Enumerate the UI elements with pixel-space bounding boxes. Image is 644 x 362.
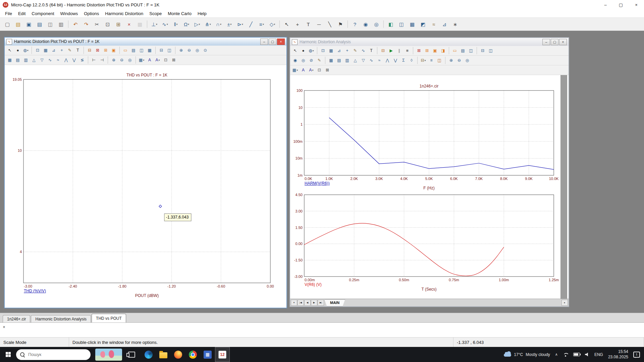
zoom-out-button[interactable]: ⊖ — [185, 47, 193, 54]
panel-one-button[interactable]: ▭ — [451, 47, 459, 54]
diode-component-button[interactable]: ▷▾ — [192, 20, 202, 28]
split-horizontal-button[interactable]: ⊟ — [479, 47, 487, 54]
scale-auto-button[interactable]: ▦ — [327, 57, 335, 64]
stamp-paste-button[interactable]: ⊠ — [323, 66, 331, 74]
harmonic-analysis-charts[interactable]: 0.0K1.0K2.0K3.0K4.0K5.0K6.0K7.0K8.0K9.0K… — [290, 75, 560, 299]
add-text-button[interactable]: A — [299, 66, 307, 74]
select-mode-button[interactable]: ↖ — [291, 47, 299, 54]
peak-marker-button[interactable]: ⊠ — [94, 47, 102, 54]
menu-item-help[interactable]: Help — [195, 10, 210, 17]
ground-component-button[interactable]: ⊥▾ — [149, 20, 159, 28]
search-input[interactable] — [28, 352, 88, 357]
scale-octave-button[interactable]: ⋀ — [383, 57, 391, 64]
microcap-taskbar-button[interactable]: 12 — [215, 347, 230, 362]
child-close-button[interactable]: × — [559, 39, 567, 45]
series-label[interactable]: V(R6) (V) — [305, 282, 322, 287]
menu-item-monte-carlo[interactable]: Monte Carlo — [165, 10, 195, 17]
first-page-button[interactable]: |◀ — [298, 300, 304, 306]
child-minimize-button[interactable]: – — [260, 39, 268, 45]
child-close-button[interactable]: × — [277, 39, 285, 45]
menu-item-scope[interactable]: Scope — [146, 10, 165, 17]
pause-button[interactable]: ∥ — [395, 47, 403, 54]
menu-item-file[interactable]: File — [2, 10, 15, 17]
pencil-mode-button[interactable]: ✎ — [66, 47, 74, 54]
find-button[interactable]: ◉ — [361, 20, 371, 28]
panel-two-vertical-button[interactable]: ◫ — [138, 47, 146, 54]
copy-button[interactable]: ⊡ — [103, 20, 113, 28]
child-maximize-button[interactable]: ▢ — [551, 39, 558, 45]
cursor-mode-button[interactable]: + — [343, 47, 351, 54]
child-maximize-button[interactable]: ▢ — [269, 39, 276, 45]
first-data-point-button[interactable]: ◉ — [291, 57, 299, 64]
close-button[interactable]: × — [629, 0, 644, 9]
doc-tab-1n246-cir[interactable]: 1n246+.cir — [3, 315, 30, 323]
notification-center-icon[interactable]: 1 — [633, 352, 640, 358]
scale-log-x-button[interactable]: △ — [30, 56, 38, 64]
scale-decade-button[interactable]: ⋁ — [391, 57, 399, 64]
stamp-paste-button[interactable]: ⊠ — [170, 56, 178, 64]
data-points-button[interactable]: ▣ — [110, 47, 118, 54]
scale-mode-button[interactable]: ⊿ — [335, 47, 343, 54]
series-label[interactable]: THD (%V/V) — [24, 289, 46, 293]
line-mode-button[interactable]: ╲ — [325, 20, 335, 28]
maximize-button[interactable]: ▢ — [613, 0, 629, 9]
paste-button[interactable]: ⊞ — [113, 20, 123, 28]
preferences-button[interactable]: ∗ — [450, 20, 460, 28]
grid-options-dropdown[interactable]: ▾ — [143, 59, 144, 62]
macro-component-dropdown[interactable]: ▾ — [274, 23, 275, 26]
valley-marker-button[interactable]: ⊞ — [423, 47, 431, 54]
scale-custom-button[interactable]: ≶ — [78, 56, 86, 64]
transistor-component-dropdown[interactable]: ▾ — [210, 23, 211, 26]
battery-icon[interactable] — [573, 353, 580, 356]
zoom-box-mode-button[interactable]: ⊡ — [319, 47, 327, 54]
panel-two-horizontal-button[interactable]: ▤ — [459, 47, 467, 54]
zoom-in-button[interactable]: ⊕ — [447, 57, 455, 64]
clipboard-dropdown[interactable]: ▾ — [425, 59, 426, 62]
zoom-fit-button[interactable]: ◎ — [193, 47, 201, 54]
doc-tab-harmonic-distortion-analysis[interactable]: Harmonic Distortion Analysis — [31, 315, 91, 323]
thd-vs-pout-chart[interactable]: -3.00-2.40-1.80-1.20-0.600.0019.05104THD… — [5, 65, 285, 307]
data-points-button[interactable]: ◨ — [439, 47, 447, 54]
stop-button[interactable]: ■ — [403, 47, 411, 54]
edit-data-button[interactable]: ✎ — [315, 57, 323, 64]
cut-button[interactable]: ✂ — [92, 20, 102, 28]
point-tag-button[interactable]: ◎ — [371, 20, 381, 28]
limits-button[interactable]: ▣ — [431, 47, 439, 54]
battery-component-dropdown[interactable]: ▾ — [230, 23, 232, 26]
properties-button[interactable]: ⊟ — [379, 47, 387, 54]
child-titlebar[interactable]: ∿ Harmonic Distortion Analysis – ▢ × — [290, 38, 569, 46]
flag-mode-button[interactable]: ⚑ — [335, 20, 345, 28]
menu-item-harmonic-distortion[interactable]: Harmonic Distortion — [102, 10, 146, 17]
series-label[interactable]: HARM(V(R6)) — [305, 181, 330, 186]
resistor-component-dropdown[interactable]: ▾ — [188, 23, 189, 26]
font-style-button[interactable]: A▾ — [154, 56, 162, 64]
scale-octave-button[interactable]: ⋀ — [62, 56, 70, 64]
stamp-copy-button[interactable]: ⊡ — [162, 56, 170, 64]
language-indicator[interactable]: ENG — [594, 352, 603, 357]
add-text-button[interactable]: A — [146, 56, 154, 64]
split-horizontal-button[interactable]: ⊟ — [157, 47, 165, 54]
plot-properties-button[interactable]: ⊟ — [86, 47, 94, 54]
panel-one-button[interactable]: ▭ — [121, 47, 129, 54]
text-mode-button[interactable]: T — [303, 20, 313, 28]
probe-mode-dropdown[interactable]: ▾ — [313, 49, 314, 52]
print-button[interactable]: ▥ — [56, 20, 66, 28]
wave-mode-button[interactable]: ∿ — [359, 47, 367, 54]
cursor-mode-button[interactable]: + — [58, 47, 66, 54]
inductor-component-button[interactable]: ∩▾ — [214, 20, 224, 28]
numeric-output-button[interactable]: ≡ — [427, 57, 435, 64]
firefox-taskbar-button[interactable] — [171, 347, 185, 362]
macro-component-button[interactable]: ◇▾ — [267, 20, 277, 28]
select-all-button[interactable]: ▩ — [135, 20, 145, 28]
scale-auto-button[interactable]: ▦ — [6, 56, 14, 64]
capacitor-component-button[interactable]: ‖▾ — [171, 20, 181, 28]
pan-mode-button[interactable]: ● — [14, 47, 22, 54]
scale-log-x-button[interactable]: △ — [351, 57, 359, 64]
open-file-button[interactable]: ▧ — [13, 20, 23, 28]
valley-marker-button[interactable]: ⊞ — [102, 47, 110, 54]
capacitor-component-dropdown[interactable]: ▾ — [176, 23, 178, 26]
magnifier-button[interactable]: ⊙ — [201, 47, 209, 54]
transistor-component-button[interactable]: ⋔▾ — [203, 20, 213, 28]
scale-x-axis-button[interactable]: ▤ — [335, 57, 343, 64]
probe-mode-dropdown[interactable]: ▾ — [27, 49, 29, 52]
